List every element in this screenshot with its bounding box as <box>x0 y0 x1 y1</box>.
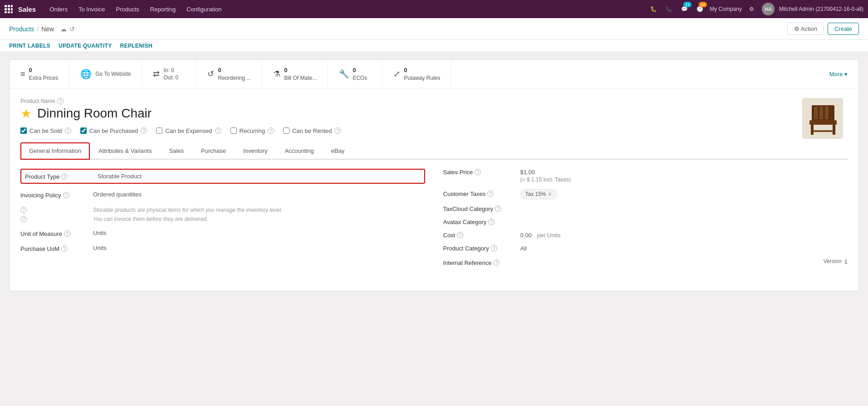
product-name-help[interactable]: ? <box>57 98 64 104</box>
tab-attributes-variants[interactable]: Attributes & Variants <box>90 142 161 160</box>
invoicing-policy-value[interactable]: Ordered quantities <box>93 191 425 198</box>
undo-icon[interactable]: ↺ <box>69 25 75 33</box>
svg-rect-0 <box>5 5 7 7</box>
breadcrumb-separator: / <box>37 25 39 33</box>
nav-orders[interactable]: Orders <box>45 4 72 15</box>
cloud-icon[interactable]: ☁ <box>60 25 67 33</box>
recurring-checkbox[interactable]: Recurring ? <box>230 127 274 134</box>
phone-icon[interactable]: 📞 <box>663 4 674 15</box>
can-be-expensed-help[interactable]: ? <box>215 127 221 134</box>
internal-reference-help[interactable]: ? <box>493 259 500 266</box>
settings-icon[interactable]: ⚙ <box>746 4 757 15</box>
nav-reporting[interactable]: Reporting <box>146 4 180 15</box>
taxcloud-category-help[interactable]: ? <box>495 205 501 212</box>
create-button[interactable]: Create <box>828 23 859 35</box>
extra-prices-label: Extra Prices <box>29 74 59 82</box>
go-to-website-label: Go To Website <box>95 70 131 78</box>
sales-price-note: (= $ 1.15 Incl. Taxes) <box>520 176 571 183</box>
product-title-row: ★ Dinning Room Chair <box>20 106 802 121</box>
cost-help[interactable]: ? <box>457 232 463 238</box>
top-nav: Sales Orders To Invoice Products Reporti… <box>0 0 868 18</box>
product-category-value[interactable]: All <box>520 245 848 252</box>
more-button[interactable]: More ▾ <box>819 64 858 84</box>
sales-price-row: Sales Price ? $1.00 (= $ 1.15 Incl. Taxe… <box>443 169 848 183</box>
can-be-expensed-input[interactable] <box>156 127 162 134</box>
tab-purchase[interactable]: Purchase <box>192 142 235 160</box>
can-be-expensed-checkbox[interactable]: Can be Expensed ? <box>156 127 221 134</box>
tab-inventory[interactable]: Inventory <box>235 142 276 160</box>
replenish-link[interactable]: REPLENISH <box>120 43 152 49</box>
nav-configuration[interactable]: Configuration <box>182 4 226 15</box>
tax-remove-icon[interactable]: × <box>548 191 552 198</box>
quick-actions-bar: PRINT LABELS UPDATE QUANTITY REPLENISH <box>0 40 868 52</box>
uom-row: Unit of Measure ? Units <box>20 230 425 237</box>
tab-ebay[interactable]: eBay <box>323 142 353 160</box>
action-button[interactable]: ⚙ Action <box>787 23 824 35</box>
activity-icon[interactable]: 🕐 40 <box>694 4 705 15</box>
product-thumbnail[interactable] <box>802 98 843 139</box>
svg-rect-1 <box>8 5 10 7</box>
uom-help[interactable]: ? <box>64 230 70 237</box>
tab-sales[interactable]: Sales <box>160 142 192 160</box>
uom-value[interactable]: Units <box>93 230 425 236</box>
can-be-purchased-help[interactable]: ? <box>141 127 147 134</box>
note2-row: ? You can invoice them before they are d… <box>20 215 425 222</box>
can-be-rented-input[interactable] <box>283 127 289 134</box>
nav-to-invoice[interactable]: To Invoice <box>74 4 110 15</box>
taxcloud-category-label: TaxCloud Category ? <box>443 205 520 212</box>
apps-icon[interactable] <box>5 5 13 13</box>
purchase-uom-help[interactable]: ? <box>61 245 68 252</box>
invoicing-policy-row: Invoicing Policy ? Ordered quantities <box>20 191 425 199</box>
breadcrumb-icons: ☁ ↺ <box>60 25 75 33</box>
note2-help[interactable]: ? <box>20 216 27 222</box>
debug-icon[interactable]: 🐛 <box>648 4 659 15</box>
favorite-star[interactable]: ★ <box>20 106 32 121</box>
product-category-help[interactable]: ? <box>491 245 497 251</box>
breadcrumb-parent[interactable]: Products <box>9 25 34 33</box>
product-header-right <box>802 98 848 139</box>
bom-label: Bill Of Mate... <box>284 74 317 82</box>
tab-right: Sales Price ? $1.00 (= $ 1.15 Incl. Taxe… <box>443 169 848 273</box>
can-be-rented-help[interactable]: ? <box>334 127 341 134</box>
can-be-sold-help[interactable]: ? <box>65 127 71 134</box>
cost-value[interactable]: 0.00 <box>520 232 532 239</box>
update-quantity-link[interactable]: UPDATE QUANTITY <box>59 43 112 49</box>
product-title: Dinning Room Chair <box>37 106 152 121</box>
tab-content-general: Product Type ? Storable Product Invoicin… <box>20 160 848 282</box>
in-out-stat[interactable]: ⇄ In: 0 Out: 0 <box>142 60 196 88</box>
user-info: Mitchell Admin (21700412-16-0-all) <box>779 6 863 12</box>
svg-rect-15 <box>811 125 814 135</box>
reordering-stat[interactable]: ↺ 0 Reordering ... <box>196 60 262 88</box>
chat-icon[interactable]: 💬 11 <box>679 4 690 15</box>
can-be-purchased-checkbox[interactable]: Can be Purchased ? <box>80 127 147 134</box>
can-be-rented-checkbox[interactable]: Can be Rented ? <box>283 127 341 134</box>
sales-price-help[interactable]: ? <box>475 169 481 175</box>
can-be-rented-label: Can be Rented <box>292 127 332 134</box>
can-be-sold-checkbox[interactable]: Can be Sold ? <box>20 127 71 134</box>
go-to-website-stat[interactable]: 🌐 Go To Website <box>69 62 142 86</box>
product-type-value[interactable]: Storable Product <box>98 173 421 180</box>
tab-general-information[interactable]: General Information <box>20 142 90 160</box>
can-be-purchased-input[interactable] <box>80 127 87 134</box>
list-icon: ≡ <box>20 69 25 79</box>
note1-help[interactable]: ? <box>20 207 27 213</box>
sales-price-value[interactable]: $1.00 <box>520 169 571 176</box>
can-be-sold-input[interactable] <box>20 127 27 134</box>
extra-prices-stat[interactable]: ≡ 0 Extra Prices <box>10 60 69 88</box>
recurring-help[interactable]: ? <box>268 127 274 134</box>
putaway-stat[interactable]: ⤢ 0 Putaway Rules <box>383 60 451 88</box>
user-avatar[interactable]: MA <box>762 3 775 15</box>
bom-stat[interactable]: ⚗ 0 Bill Of Mate... <box>262 60 328 88</box>
print-labels-link[interactable]: PRINT LABELS <box>9 43 50 49</box>
purchase-uom-value[interactable]: Units <box>93 245 425 251</box>
nav-products[interactable]: Products <box>111 4 143 15</box>
customer-taxes-help[interactable]: ? <box>487 191 494 197</box>
eco-stat[interactable]: 🔧 0 ECOs <box>328 60 383 88</box>
tab-accounting[interactable]: Accounting <box>276 142 322 160</box>
invoicing-policy-help[interactable]: ? <box>63 192 69 198</box>
avatax-category-label: Avatax Category ? <box>443 219 520 225</box>
product-type-help[interactable]: ? <box>61 173 68 180</box>
avatax-category-help[interactable]: ? <box>488 219 495 225</box>
recurring-input[interactable] <box>230 127 237 134</box>
customer-taxes-value[interactable]: Tax 15% × <box>520 189 848 199</box>
